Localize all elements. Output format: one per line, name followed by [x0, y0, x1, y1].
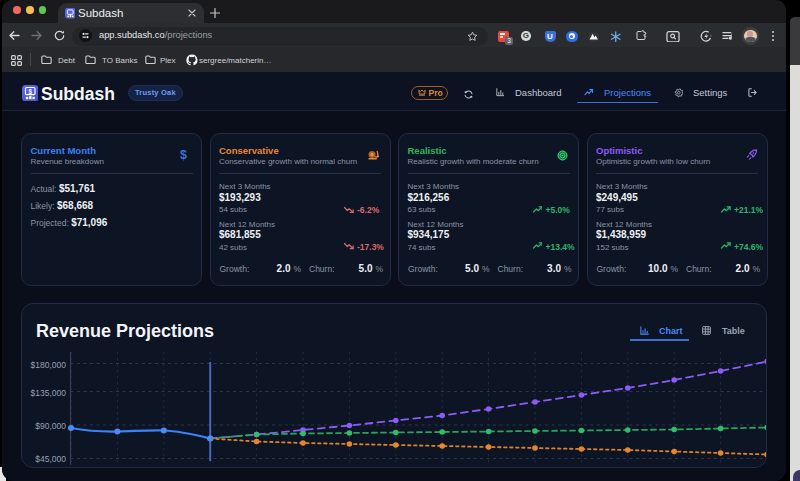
svg-text:$: $ — [28, 87, 32, 95]
